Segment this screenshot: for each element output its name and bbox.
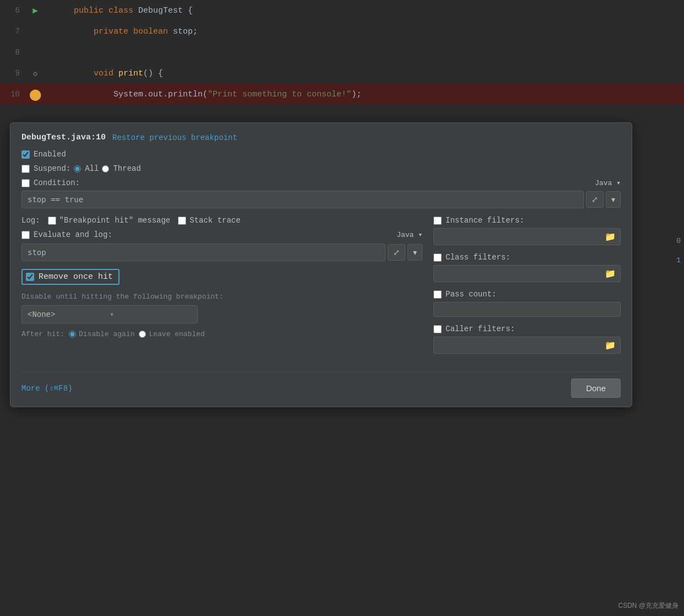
caller-filters-input-row: 📁 (433, 337, 621, 354)
code-line-7: 7 private boolean stop; (0, 21, 684, 42)
suspend-checkbox[interactable] (21, 165, 30, 173)
remove-once-hit-box: Remove once hit (21, 269, 120, 285)
code: ); (351, 90, 361, 99)
instance-filters-text: Instance filters: (446, 216, 524, 225)
condition-dropdown-btn[interactable]: ▾ (606, 191, 621, 208)
csdn-user: @充充爱健身 (639, 602, 678, 609)
edge-num-0: 0 (676, 237, 681, 245)
keyword: boolean (133, 27, 173, 36)
evaluate-checkbox[interactable] (21, 231, 30, 239)
edge-num-1: 1 (676, 256, 681, 264)
run-icon: ▶ (32, 5, 38, 16)
caller-filters-section: Caller filters: 📁 (433, 325, 621, 354)
evaluate-java-badge[interactable]: Java ▾ (397, 230, 422, 239)
dropdown-arrow-icon: ▾ (110, 310, 192, 319)
none-option-text: <None> (28, 310, 110, 319)
code-line-10: 10 ⬤ System.out.println("Print something… (0, 84, 684, 105)
line-number-9: 9 (0, 69, 26, 78)
evaluate-input-row: ⤢ ▾ (21, 244, 422, 261)
popup-right: Instance filters: 📁 Class filters: 📁 (433, 216, 621, 361)
keyword: void (94, 69, 118, 78)
breakpoint-icon[interactable]: ⬤ (29, 88, 41, 101)
all-radio[interactable] (74, 165, 81, 172)
thread-radio-label[interactable]: Thread (102, 164, 140, 173)
pass-count-checkbox[interactable] (433, 290, 442, 299)
pass-count-input[interactable] (438, 305, 616, 314)
caller-filters-input[interactable] (438, 341, 601, 349)
classname: DebugTest { (138, 6, 193, 15)
leave-enabled-label[interactable]: Leave enabled (139, 330, 204, 338)
stack-trace-checkbox[interactable] (178, 217, 186, 225)
enabled-label[interactable]: Enabled (21, 150, 66, 159)
breakpoint-msg-text: "Breakpoint hit" message (59, 216, 171, 225)
condition-java-badge[interactable]: Java ▾ (595, 179, 621, 187)
caller-filters-checkbox[interactable] (433, 325, 442, 333)
condition-checkbox[interactable] (21, 179, 30, 187)
method-name: print (118, 69, 143, 78)
keyword: class (108, 6, 138, 15)
paren: () { (143, 69, 163, 78)
code: out (148, 90, 163, 99)
thread-text: Thread (113, 164, 140, 173)
line-number-6: 6 (0, 6, 26, 15)
instance-filters-input[interactable] (438, 233, 601, 241)
none-dropdown[interactable]: <None> ▾ (21, 305, 198, 323)
suspend-radio-group: All Thread (74, 164, 141, 173)
popup-title: DebugTest.java:10 (21, 133, 106, 142)
evaluate-label[interactable]: Evaluate and log: (21, 230, 112, 239)
disable-again-label[interactable]: Disable again (69, 330, 134, 338)
keyword: public (74, 6, 108, 15)
all-radio-label[interactable]: All (74, 164, 99, 173)
remove-once-hit-checkbox[interactable] (26, 273, 34, 281)
class-filters-label-row: Class filters: (433, 253, 621, 262)
indent (74, 69, 94, 78)
log-row: Log: "Breakpoint hit" message Stack trac… (21, 216, 422, 225)
line-number-7: 7 (0, 27, 26, 36)
caller-filters-text: Caller filters: (446, 325, 515, 333)
code: System. (74, 90, 148, 99)
thread-radio[interactable] (102, 165, 109, 172)
instance-filters-folder-btn[interactable]: 📁 (605, 231, 616, 242)
method-icon: ◇ (33, 69, 37, 78)
disable-again-radio[interactable] (69, 331, 76, 338)
done-button[interactable]: Done (571, 379, 621, 398)
popup-header: DebugTest.java:10 Restore previous break… (21, 133, 621, 142)
instance-filters-label-row: Instance filters: (433, 216, 621, 225)
disable-until-text: Disable until hitting the following brea… (21, 293, 422, 301)
enabled-row: Enabled (21, 150, 621, 159)
evaluate-input[interactable] (21, 244, 386, 261)
pass-count-input-row (433, 302, 621, 317)
class-filters-input[interactable] (438, 269, 601, 278)
suspend-label[interactable]: Suspend: (21, 164, 70, 173)
restore-breakpoint-link[interactable]: Restore previous breakpoint (112, 133, 237, 142)
gutter-10: ⬤ (26, 88, 44, 101)
leave-enabled-radio[interactable] (139, 331, 146, 338)
evaluate-expand-btn[interactable]: ⤢ (388, 244, 405, 261)
evaluate-text: Evaluate and log: (34, 230, 112, 239)
pass-count-label-row: Pass count: (433, 290, 621, 299)
caller-filters-folder-btn[interactable]: 📁 (605, 340, 616, 350)
enabled-text: Enabled (34, 150, 66, 159)
caller-filters-label-row: Caller filters: (433, 325, 621, 333)
class-filters-text: Class filters: (446, 253, 511, 262)
more-link[interactable]: More (⇧⌘F8) (21, 383, 72, 393)
popup-left: Log: "Breakpoint hit" message Stack trac… (21, 216, 422, 361)
instance-filters-checkbox[interactable] (433, 217, 442, 225)
code-content-7: private boolean stop; (44, 18, 684, 46)
breakpoint-popup: DebugTest.java:10 Restore previous break… (10, 122, 632, 407)
remove-once-hit-row: Remove once hit (21, 269, 422, 285)
line-number-10: 10 (0, 90, 26, 99)
evaluate-dropdown-btn[interactable]: ▾ (408, 244, 422, 261)
enabled-checkbox[interactable] (21, 150, 30, 159)
evaluate-row: Evaluate and log: Java ▾ (21, 230, 422, 239)
stack-trace-text: Stack trace (189, 216, 240, 225)
condition-expand-btn[interactable]: ⤢ (586, 191, 604, 208)
class-filters-folder-btn[interactable]: 📁 (605, 268, 616, 279)
condition-input[interactable] (21, 191, 584, 208)
disable-again-text: Disable again (79, 330, 134, 338)
breakpoint-msg-checkbox[interactable] (48, 217, 56, 225)
class-filters-checkbox[interactable] (433, 253, 442, 262)
after-hit-row: After hit: Disable again Leave enabled (21, 330, 422, 338)
gutter-6: ▶ (26, 5, 44, 16)
condition-row: Condition: Java ▾ (21, 179, 621, 187)
